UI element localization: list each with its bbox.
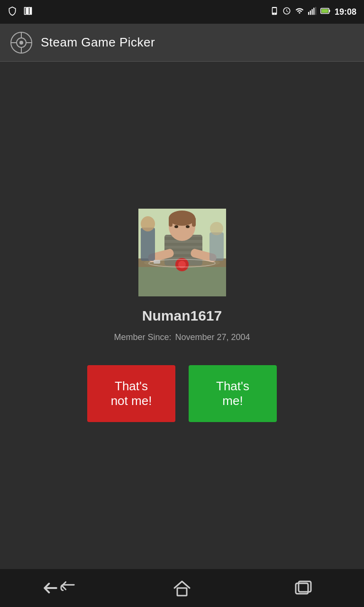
back-button[interactable] <box>42 574 80 602</box>
svg-rect-45 <box>177 588 187 596</box>
member-since-row: Member Since: November 27, 2004 <box>114 332 250 342</box>
svg-point-33 <box>174 225 178 228</box>
phone-icon <box>270 7 279 17</box>
svg-point-43 <box>210 222 223 235</box>
home-icon <box>173 579 191 597</box>
status-bar-right: 19:08 <box>270 7 356 17</box>
svg-point-34 <box>186 225 190 228</box>
svg-rect-2 <box>28 7 30 14</box>
app-title: Steam Game Picker <box>41 35 155 50</box>
status-bar: 19:08 <box>0 0 364 24</box>
barcode-icon <box>23 6 33 18</box>
signal-icon <box>308 7 317 17</box>
svg-rect-11 <box>321 9 328 13</box>
member-since-date: November 27, 2004 <box>175 332 250 342</box>
buttons-row: That'snot me! That'sme! <box>87 365 277 422</box>
svg-rect-7 <box>313 8 314 15</box>
back-icon <box>42 579 59 597</box>
time-display: 19:08 <box>335 7 356 17</box>
profile-image-container <box>138 209 226 296</box>
wifi-icon <box>295 7 304 17</box>
username: Numan1617 <box>142 308 222 324</box>
svg-rect-42 <box>209 232 224 261</box>
recents-button[interactable] <box>284 574 322 602</box>
svg-rect-44 <box>154 260 160 264</box>
battery-icon <box>320 7 331 17</box>
svg-rect-31 <box>169 217 173 227</box>
svg-rect-1 <box>27 7 28 14</box>
svg-rect-32 <box>192 217 196 227</box>
not-me-button[interactable]: That'snot me! <box>87 365 175 422</box>
svg-rect-8 <box>315 7 316 15</box>
svg-rect-40 <box>141 228 155 261</box>
svg-rect-10 <box>329 10 330 12</box>
svg-point-18 <box>19 41 23 45</box>
svg-rect-5 <box>310 10 311 15</box>
back-arrow-icon <box>59 581 80 595</box>
bottom-nav <box>0 569 364 607</box>
app-bar: Steam Game Picker <box>0 24 364 62</box>
member-since-label: Member Since: <box>114 332 171 342</box>
svg-point-41 <box>141 216 155 231</box>
me-button-label: That'sme! <box>216 379 249 408</box>
app-icon <box>9 31 33 55</box>
me-button[interactable]: That'sme! <box>189 365 277 422</box>
recents-icon <box>294 579 313 597</box>
not-me-button-label: That'snot me! <box>111 379 152 408</box>
svg-rect-0 <box>25 7 26 14</box>
shield-icon <box>8 6 17 18</box>
home-button[interactable] <box>163 574 201 602</box>
svg-rect-6 <box>311 9 312 15</box>
svg-point-30 <box>169 211 195 226</box>
main-content: Numan1617 Member Since: November 27, 200… <box>0 62 364 569</box>
svg-rect-26 <box>164 243 202 246</box>
svg-rect-3 <box>31 7 32 14</box>
alarm-icon <box>282 7 291 17</box>
status-bar-left <box>8 6 33 18</box>
svg-rect-4 <box>308 12 309 15</box>
